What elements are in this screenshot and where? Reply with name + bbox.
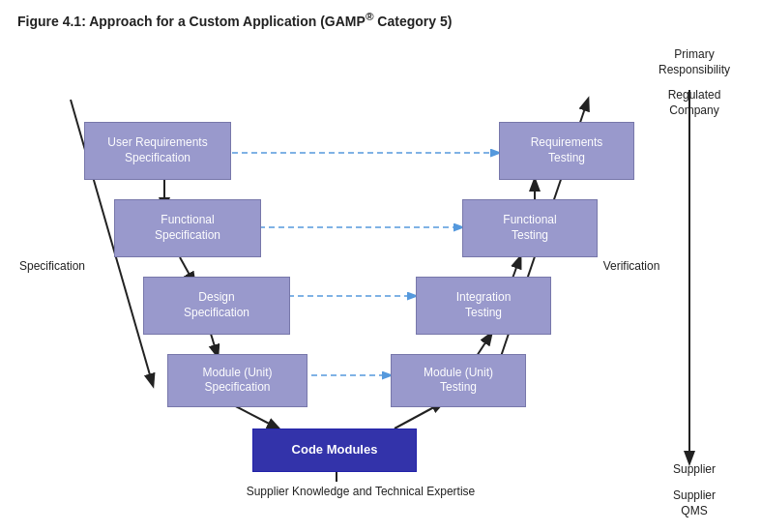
- supplier-qms-label: SupplierQMS: [651, 488, 738, 520]
- integration-testing-box: IntegrationTesting: [416, 277, 551, 335]
- primary-responsibility-label: PrimaryResponsibility: [651, 46, 738, 79]
- svg-line-6: [211, 334, 218, 356]
- supplier-label: Supplier: [651, 462, 738, 476]
- module-unit-testing-label: Module (Unit)Testing: [424, 366, 493, 396]
- integration-testing-label: IntegrationTesting: [456, 290, 512, 320]
- svg-line-8: [477, 334, 491, 356]
- design-spec-label: DesignSpecification: [184, 290, 249, 320]
- figure-title: Figure 4.1: Approach for a Custom Applic…: [17, 10, 744, 29]
- user-requirements-box: User Requirements Specification: [84, 122, 231, 180]
- functional-spec-label: FunctionalSpecification: [155, 213, 220, 243]
- requirements-testing-label: RequirementsTesting: [531, 135, 603, 165]
- functional-testing-box: FunctionalTesting: [462, 199, 598, 257]
- specification-label: Specification: [19, 259, 77, 273]
- user-requirements-label: User Requirements Specification: [107, 135, 207, 165]
- regulated-company-label: RegulatedCompany: [651, 87, 738, 120]
- design-spec-box: DesignSpecification: [143, 277, 290, 335]
- functional-testing-label: FunctionalTesting: [503, 213, 556, 243]
- page: Figure 4.1: Approach for a Custom Applic…: [0, 0, 761, 532]
- module-unit-spec-box: Module (Unit)Specification: [167, 354, 307, 407]
- functional-spec-box: FunctionalSpecification: [114, 199, 261, 257]
- supplier-knowledge-label: Supplier Knowledge and Technical Experti…: [211, 485, 511, 498]
- code-modules-label: Code Modules: [292, 442, 378, 458]
- requirements-testing-box: RequirementsTesting: [499, 122, 634, 180]
- module-unit-spec-label: Module (Unit)Specification: [202, 366, 272, 396]
- module-unit-testing-box: Module (Unit)Testing: [391, 354, 526, 407]
- diagram-area: User Requirements Specification Function…: [17, 37, 752, 511]
- code-modules-box: Code Modules: [252, 429, 417, 472]
- verification-label: Verification: [598, 259, 665, 273]
